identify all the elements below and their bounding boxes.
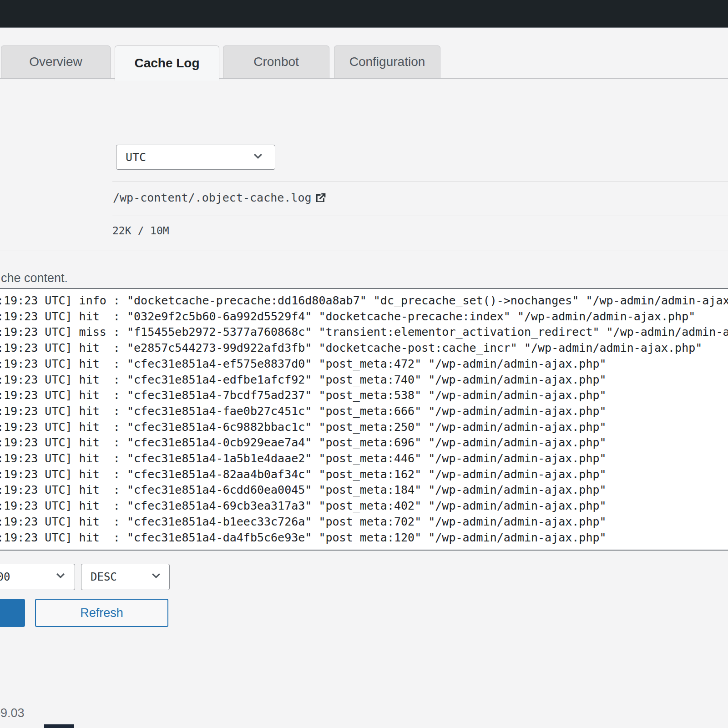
docket-cache-page: Overview Cache Log Cronbot Configuration… <box>0 0 728 728</box>
timezone-select-value: UTC <box>126 151 146 164</box>
tab-cronbot-label: Cronbot <box>253 55 299 69</box>
tab-cache-log[interactable]: Cache Log <box>115 46 219 81</box>
admin-bar <box>0 0 728 28</box>
log-line: :19:23 UTC] hit : "cfec31e851a4-b1eec33c… <box>0 514 728 530</box>
sort-order-select-value: DESC <box>91 571 117 583</box>
version-text: 09.03 <box>0 706 25 720</box>
log-line: :19:23 UTC] hit : "cfec31e851a4-82aa4b0a… <box>0 467 728 483</box>
log-line: :19:23 UTC] hit : "cfec31e851a4-ef575e88… <box>0 356 728 372</box>
log-line: :19:23 UTC] hit : "cfec31e851a4-69cb3ea3… <box>0 498 728 514</box>
line-limit-select-value: 100 <box>0 571 10 583</box>
external-link-icon[interactable] <box>314 192 327 205</box>
chevron-down-icon <box>55 570 66 584</box>
log-line: :19:23 UTC] hit : "cfec31e851a4-6cdd60ea… <box>0 482 728 498</box>
refresh-button[interactable]: Refresh <box>35 599 168 627</box>
log-line: :19:23 UTC] miss : "f15455eb2972-5377a76… <box>0 324 728 340</box>
section-divider <box>0 251 728 251</box>
row-divider <box>112 216 728 216</box>
cache-log-lines: :19:23 UTC] info : "docketcache-precache… <box>0 293 728 546</box>
refresh-button-label: Refresh <box>80 606 123 620</box>
sort-order-select[interactable]: DESC <box>81 564 170 590</box>
timezone-select[interactable]: UTC <box>116 145 275 170</box>
tab-configuration[interactable]: Configuration <box>334 46 440 78</box>
log-line: :19:23 UTC] hit : "e2857c544273-99d922af… <box>0 340 728 356</box>
tab-overview[interactable]: Overview <box>1 46 111 78</box>
line-limit-select[interactable]: 100 <box>0 564 75 590</box>
log-line: :19:23 UTC] info : "docketcache-precache… <box>0 293 728 309</box>
cache-log-viewer[interactable]: :19:23 UTC] info : "docketcache-precache… <box>0 288 728 551</box>
tab-configuration-label: Configuration <box>349 55 425 69</box>
log-line: :19:23 UTC] hit : "cfec31e851a4-da4fb5c6… <box>0 530 728 546</box>
tab-overview-label: Overview <box>29 55 82 69</box>
bottom-edge-element <box>44 724 74 728</box>
tab-cache-log-label: Cache Log <box>134 56 199 71</box>
log-line: :19:23 UTC] hit : "cfec31e851a4-1a5b1e4d… <box>0 451 728 467</box>
tabs-divider <box>0 78 728 79</box>
log-file-path[interactable]: /wp-content/.object-cache.log <box>113 191 312 204</box>
primary-action-button[interactable] <box>0 599 25 627</box>
log-line: :19:23 UTC] hit : "cfec31e851a4-fae0b27c… <box>0 404 728 420</box>
log-line: :19:23 UTC] hit : "cfec31e851a4-edfbe1af… <box>0 372 728 388</box>
tab-cronbot[interactable]: Cronbot <box>223 46 329 78</box>
log-line: :19:23 UTC] hit : "cfec31e851a4-0cb929ea… <box>0 435 728 451</box>
log-line: :19:23 UTC] hit : "032e9f2c5b60-6a992d55… <box>0 309 728 325</box>
chevron-down-icon <box>150 570 162 584</box>
row-divider <box>112 181 728 182</box>
log-note-text: che content. <box>1 271 68 285</box>
chevron-down-icon <box>252 150 264 165</box>
log-line: :19:23 UTC] hit : "cfec31e851a4-6c9882bb… <box>0 420 728 435</box>
log-line: :19:23 UTC] hit : "cfec31e851a4-7bcdf75a… <box>0 388 728 404</box>
log-size-value: 22K / 10M <box>112 225 169 237</box>
